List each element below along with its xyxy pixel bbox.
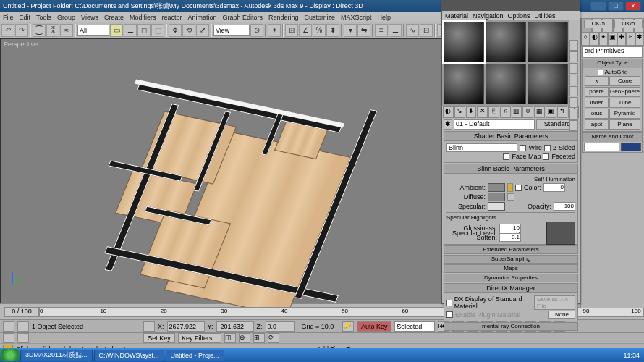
setkey-button[interactable]: Set Key xyxy=(143,333,175,343)
selfillum-color-checkbox[interactable] xyxy=(515,185,522,191)
mat-menu-utilities[interactable]: Utilities xyxy=(535,12,556,20)
menu-customize[interactable]: Customize xyxy=(305,14,336,21)
track-toggle-button[interactable] xyxy=(17,321,29,332)
nav-minmax-button[interactable]: ⊞ xyxy=(253,333,265,343)
transform-x-field[interactable]: 2627.922 xyxy=(167,321,205,332)
facemap-checkbox[interactable] xyxy=(503,153,509,160)
enable-plugin-checkbox[interactable] xyxy=(446,311,453,318)
rollout-extended[interactable]: Extended Parameters xyxy=(444,245,578,254)
menu-reactor[interactable]: reactor xyxy=(161,14,182,21)
glossiness-spinner[interactable]: 10 xyxy=(499,224,521,232)
make-copy-button[interactable]: ⎘ xyxy=(488,106,499,118)
material-editor-titlebar[interactable] xyxy=(442,1,580,11)
diffuse-color-swatch[interactable] xyxy=(488,193,505,201)
mini-listener-button[interactable] xyxy=(3,321,14,332)
show-map-button[interactable]: ▦ xyxy=(534,106,545,118)
material-name-field[interactable]: 01 - Default xyxy=(454,119,535,130)
ok5-btn-1[interactable]: OK/5 xyxy=(584,20,613,28)
select-rotate-button[interactable]: ⟲ xyxy=(182,24,195,37)
lock-selection-button[interactable] xyxy=(143,321,155,332)
start-button[interactable] xyxy=(1,349,19,361)
mat-menu-material[interactable]: Material xyxy=(445,12,468,20)
taskbar-item-3[interactable]: Untitled - Proje... xyxy=(166,350,224,361)
name-color-header[interactable]: Name and Color xyxy=(583,133,642,142)
ambient-lock-icon[interactable] xyxy=(507,183,513,192)
mat-menu-options[interactable]: Options xyxy=(508,12,530,20)
menu-rendering[interactable]: Rendering xyxy=(268,14,299,21)
go-parent-button[interactable]: ↰ xyxy=(557,106,568,118)
mat-menu-navigation[interactable]: Navigation xyxy=(473,12,504,20)
put-to-library-button[interactable]: ▥ xyxy=(512,106,522,118)
put-to-scene-button[interactable]: ↘ xyxy=(454,106,465,118)
menu-group[interactable]: Group xyxy=(57,14,75,21)
menu-create[interactable]: Create xyxy=(104,14,124,21)
unlink-button[interactable]: ⁑ xyxy=(46,24,59,37)
rollout-header[interactable]: Shader Basic Parameters xyxy=(444,132,577,141)
object-name-field[interactable] xyxy=(584,143,619,151)
link-button[interactable]: ⁐ xyxy=(33,24,46,37)
object-color-swatch[interactable] xyxy=(621,143,641,151)
minimize-button[interactable]: _ xyxy=(590,1,606,11)
wire-checkbox[interactable] xyxy=(520,145,526,151)
material-slot-6[interactable] xyxy=(528,64,568,104)
percent-snap-button[interactable]: % xyxy=(313,24,326,37)
menu-file[interactable]: File xyxy=(3,14,14,21)
bind-space-warp-button[interactable]: ≈ xyxy=(60,24,73,37)
ambient-color-swatch[interactable] xyxy=(488,183,505,192)
material-editor-window[interactable]: Material Navigation Options Utilities ◐ … xyxy=(441,0,580,304)
menu-help[interactable]: Help xyxy=(378,14,391,21)
shapes-subtab[interactable]: ◐ xyxy=(590,33,598,46)
keymode-toggle[interactable]: 🔑 xyxy=(342,321,354,332)
select-by-material-button[interactable] xyxy=(569,120,578,131)
named-selection-button[interactable]: ▾ xyxy=(344,24,357,37)
specular-color-swatch[interactable] xyxy=(488,202,505,211)
use-center-button[interactable]: ⊙ xyxy=(250,24,263,37)
redo-button[interactable]: ↷ xyxy=(15,24,28,37)
select-scale-button[interactable]: ⤢ xyxy=(196,24,209,37)
dx-display-checkbox[interactable] xyxy=(446,300,452,306)
maximize-button[interactable]: □ xyxy=(608,1,624,11)
selfillum-spinner[interactable]: 0 xyxy=(543,183,565,192)
material-slot-5[interactable] xyxy=(486,64,526,104)
align-button[interactable]: ≡ xyxy=(375,24,388,37)
get-material-button[interactable]: ◐ xyxy=(443,106,454,118)
menu-views[interactable]: Views xyxy=(81,14,98,21)
show-end-result-button[interactable]: ▣ xyxy=(546,106,556,118)
mirror-button[interactable]: ⇋ xyxy=(357,24,370,37)
nav-roll-button[interactable]: ⟳ xyxy=(268,333,279,343)
systems-subtab[interactable]: ✱ xyxy=(635,33,644,46)
prim-tube-button[interactable]: Tube xyxy=(609,98,640,108)
undo-button[interactable]: ↶ xyxy=(1,24,14,37)
prim-teapot-button[interactable]: apot xyxy=(585,119,609,130)
make-preview-button[interactable] xyxy=(569,97,578,108)
ok5-btn-2[interactable]: OK/5 xyxy=(614,20,643,28)
sample-type-button[interactable] xyxy=(569,40,578,51)
menu-maxscript[interactable]: MAXScript xyxy=(341,14,372,21)
nav-orbit-button[interactable]: ⊕ xyxy=(239,333,250,343)
autokey-button[interactable]: Auto Key xyxy=(357,321,391,332)
prim-cylinder-button[interactable]: inder xyxy=(585,98,609,108)
twosided-checkbox[interactable] xyxy=(544,145,551,151)
autogrid-checkbox[interactable] xyxy=(598,70,603,75)
angle-snap-button[interactable]: ∠ xyxy=(299,24,312,37)
prim-box-button[interactable]: x xyxy=(585,76,609,86)
snap-toggle-button[interactable]: ⊞ xyxy=(285,24,298,37)
window-crossing-button[interactable]: ◫ xyxy=(151,24,164,37)
rollout-mentalray[interactable]: mental ray Connection xyxy=(444,322,578,331)
menu-tools[interactable]: Tools xyxy=(36,14,51,21)
reset-map-button[interactable]: ✕ xyxy=(477,106,488,118)
geometry-subtab[interactable]: ○ xyxy=(581,33,590,46)
select-manipulate-button[interactable]: ✦ xyxy=(268,24,281,37)
menu-modifiers[interactable]: Modifiers xyxy=(130,14,156,21)
opacity-spinner[interactable]: 100 xyxy=(554,202,575,211)
prim-cone-button[interactable]: Cone xyxy=(609,76,640,86)
menu-animation[interactable]: Animation xyxy=(187,14,216,21)
spinner-snap-button[interactable]: ⬍ xyxy=(326,24,339,37)
system-tray[interactable]: 11:34 xyxy=(620,352,643,359)
material-slot-4[interactable] xyxy=(444,64,484,104)
menu-edit[interactable]: Edit xyxy=(20,14,31,21)
backlight-button[interactable] xyxy=(569,51,578,62)
transform-z-field[interactable]: 0.0 xyxy=(266,321,295,332)
cameras-subtab[interactable]: ▣ xyxy=(608,33,617,46)
pick-material-button[interactable]: ✱ xyxy=(444,119,452,130)
